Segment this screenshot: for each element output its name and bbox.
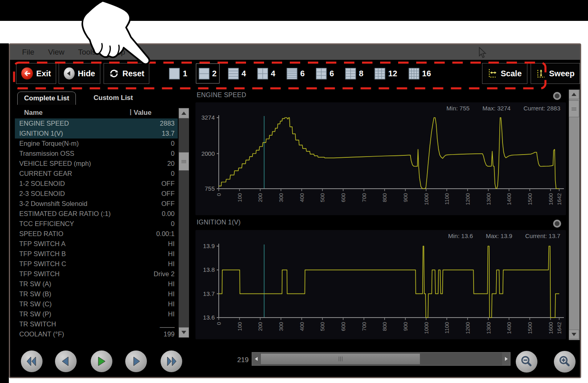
chart-scroll-up-icon[interactable] <box>569 90 579 99</box>
list-scroll-down-icon[interactable] <box>179 327 189 338</box>
menu-item-view[interactable]: View <box>48 48 65 57</box>
parameter-value: 2883 <box>160 120 178 127</box>
layout-button-8-4x2[interactable]: 8 <box>342 66 366 81</box>
zoom-in-button[interactable] <box>554 351 576 373</box>
grid-4-icon <box>257 68 268 79</box>
parameter-name: TFP SWITCH <box>15 270 154 278</box>
svg-text:13.9: 13.9 <box>203 242 215 249</box>
list-scroll-thumb[interactable] <box>179 152 189 171</box>
svg-text:400: 400 <box>299 322 305 331</box>
parameter-row[interactable]: 1-2 SOLENOIDOFF <box>15 179 178 189</box>
timeline-left-arrow-icon[interactable] <box>252 352 260 365</box>
step-forward-button[interactable] <box>125 350 147 372</box>
fast-forward-button[interactable] <box>161 350 182 372</box>
play-button[interactable] <box>91 350 112 372</box>
svg-text:1300: 1300 <box>486 193 492 205</box>
parameter-row[interactable]: TFP SWITCH CHI <box>15 259 178 269</box>
svg-text:800: 800 <box>382 193 388 202</box>
timeline-scroll-thumb[interactable] <box>260 353 420 365</box>
parameter-row[interactable]: ENGINE SPEED2883 <box>15 118 178 128</box>
chart-scrollbar[interactable] <box>569 90 580 340</box>
layout-button-group: 12446681216 <box>161 63 433 84</box>
parameter-row[interactable]: 3-2 Downshift SolenoidOFF <box>15 199 178 209</box>
parameter-row[interactable]: Engine Torque(N-m)0 <box>15 139 178 149</box>
engine-speed-stats: Min: 755 Max: 3274 Current: 2883 <box>195 105 566 112</box>
step-back-button[interactable] <box>55 350 77 372</box>
svg-text:1000: 1000 <box>423 193 429 205</box>
exit-button[interactable]: Exit <box>16 63 56 84</box>
zoom-out-button[interactable] <box>516 351 537 373</box>
timeline-right-arrow-icon[interactable] <box>502 352 510 365</box>
chart-scroll-down-icon[interactable] <box>569 330 579 339</box>
mouse-cursor-icon <box>478 47 487 59</box>
parameter-row[interactable]: TR SW (C)HI <box>15 299 178 309</box>
tab-complete-list[interactable]: Complete List <box>17 92 76 105</box>
svg-text:500: 500 <box>319 322 326 331</box>
parameter-value: HI <box>168 250 178 258</box>
parameter-row[interactable]: TR SW (P)HI <box>15 309 178 319</box>
layout-button-12-4x3[interactable]: 12 <box>372 66 400 81</box>
layout-button-1-1x1[interactable]: 1 <box>166 66 190 81</box>
list-scrollbar[interactable] <box>179 108 189 338</box>
layout-button-label: 8 <box>359 69 363 78</box>
timeline-scrollbar[interactable] <box>252 352 511 366</box>
step-back-icon <box>60 355 72 367</box>
parameter-row[interactable]: TFP SWITCH AHI <box>15 239 178 249</box>
chart-title-ignition: IGNITION 1(V) <box>197 219 241 226</box>
layout-button-2-2x1[interactable]: 2 <box>196 63 220 84</box>
parameter-row[interactable]: ESTIMATED GEAR RATIO (:1)0.00 <box>15 209 178 219</box>
scale-button[interactable]: Scale <box>482 63 528 84</box>
grid-6-icon <box>316 68 327 79</box>
parameter-row[interactable]: TR SWITCH____ <box>15 319 178 329</box>
parameter-row[interactable]: CURRENT GEAR0 <box>15 169 178 179</box>
svg-text:100: 100 <box>237 193 243 202</box>
svg-text:300: 300 <box>278 193 284 202</box>
layout-button-16-4x4[interactable]: 16 <box>406 66 434 81</box>
parameter-row[interactable]: COOLANT (°F)199 <box>15 329 178 339</box>
parameter-row[interactable]: VEHICLE SPEED (mph)20 <box>15 159 178 169</box>
tab-custom-list[interactable]: Custom List <box>87 92 139 104</box>
layout-button-4-2x2[interactable]: 4 <box>254 66 278 81</box>
svg-text:1100: 1100 <box>444 193 450 205</box>
parameter-row[interactable]: TR SW (A)HI <box>15 279 178 289</box>
parameter-row[interactable]: TFP SWITCHDrive 2 <box>15 269 178 279</box>
parameter-value: 0 <box>171 170 178 177</box>
reset-label: Reset <box>122 69 144 78</box>
layout-button-6-6x1[interactable]: 6 <box>284 66 307 81</box>
ignition-stats: Min: 13.6 Max: 13.9 Current: 13.7 <box>195 232 566 239</box>
svg-text:700: 700 <box>361 322 367 331</box>
ignition-chart[interactable]: 13.913.813.713.6010020030040050060070080… <box>195 230 566 339</box>
reset-cycle-icon <box>109 68 119 79</box>
parameter-name: CURRENT GEAR <box>15 170 171 177</box>
chart-scroll-thumb[interactable] <box>569 100 579 117</box>
column-header-value: Value <box>134 109 151 117</box>
scale-horizontal-arrow-icon <box>488 68 497 79</box>
svg-text:500: 500 <box>319 193 326 202</box>
engine-speed-chart[interactable]: 3274200075501002003004005006007008009001… <box>195 102 566 215</box>
parameter-row[interactable]: TCC EFFICIENCY0 <box>15 219 178 229</box>
parameter-row[interactable]: Transmission OSS0 <box>15 149 178 159</box>
layout-button-6-3x2[interactable]: 6 <box>313 66 337 81</box>
stat-min: Min: 755 <box>446 105 470 112</box>
svg-text:200: 200 <box>257 193 263 202</box>
parameter-row[interactable]: 2-3 SOLENOIDOFF <box>15 189 178 199</box>
magnifier-plus-icon <box>558 355 572 369</box>
menu-item-file[interactable]: File <box>22 48 35 57</box>
parameter-row[interactable]: TFP SWITCH BHI <box>15 249 178 259</box>
pointing-hand-graphic <box>78 0 155 67</box>
parameter-name: Transmission OSS <box>15 150 171 157</box>
svg-text:2000: 2000 <box>201 150 215 157</box>
rewind-button[interactable] <box>21 350 43 372</box>
parameter-value: ____ <box>160 320 178 328</box>
record-dot-icon[interactable] <box>553 220 561 228</box>
record-dot-icon[interactable] <box>553 92 561 100</box>
layout-button-4-4x1[interactable]: 4 <box>225 66 249 81</box>
sweep-button[interactable]: Sweep <box>531 63 580 84</box>
parameter-row[interactable]: IGNITION 1(V)13.7 <box>15 128 178 139</box>
parameter-row[interactable]: TR SW (B)HI <box>15 289 178 299</box>
parameter-row[interactable]: SPEED RATIO0.00:1 <box>15 229 178 239</box>
parameter-value: HI <box>168 280 178 288</box>
list-scroll-up-icon[interactable] <box>179 108 189 118</box>
svg-text:1500: 1500 <box>527 193 533 205</box>
svg-text:1600: 1600 <box>548 193 554 205</box>
